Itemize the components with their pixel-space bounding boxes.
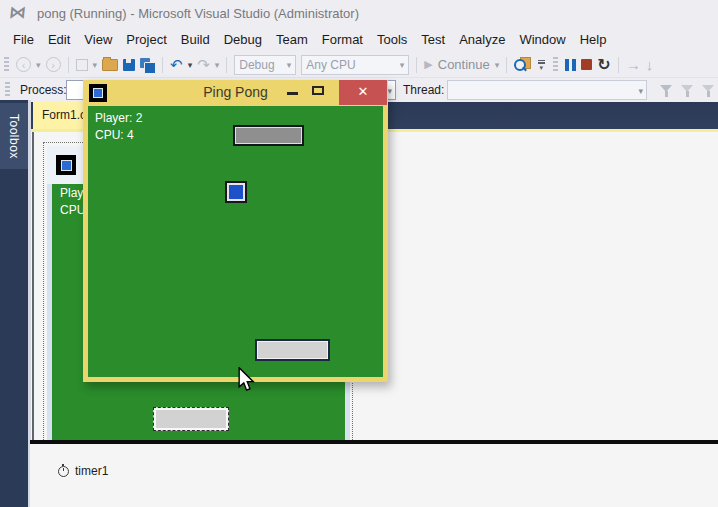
- cpu-paddle: [233, 125, 304, 146]
- menu-project[interactable]: Project: [119, 28, 173, 52]
- mouse-cursor: [237, 367, 255, 393]
- show-flagged-threads-filter-icon[interactable]: [660, 85, 672, 92]
- cpu-score-label: CPU: 4: [95, 128, 134, 142]
- menu-file[interactable]: File: [6, 28, 41, 52]
- menu-format[interactable]: Format: [315, 28, 370, 52]
- designer-cpu-score-label: CPU: [60, 203, 85, 217]
- solution-platform-value: Any CPU: [306, 58, 355, 72]
- stop-debugging-icon[interactable]: [581, 59, 592, 70]
- new-item-dropdown-icon[interactable]: ▾: [93, 60, 98, 70]
- solution-configuration-combobox[interactable]: Debug ▾: [234, 55, 296, 75]
- toolbox-tab[interactable]: Toolbox: [0, 103, 28, 169]
- menu-team[interactable]: Team: [269, 28, 315, 52]
- menu-edit[interactable]: Edit: [41, 28, 77, 52]
- process-label: Process:: [20, 83, 67, 97]
- menu-test[interactable]: Test: [414, 28, 452, 52]
- menu-help[interactable]: Help: [573, 28, 614, 52]
- timer-icon: [58, 466, 69, 477]
- toolbar-separator: [226, 57, 227, 73]
- toolbar-separator: [506, 57, 507, 73]
- toolbar-grip[interactable]: [553, 57, 558, 73]
- ball: [225, 181, 247, 203]
- left-dock-strip: Toolbox: [0, 100, 31, 507]
- maximize-button[interactable]: [312, 86, 324, 95]
- menu-tools[interactable]: Tools: [370, 28, 414, 52]
- flag-threads-icon[interactable]: [702, 85, 714, 92]
- navigate-back-icon[interactable]: ‹: [16, 57, 31, 72]
- chevron-down-icon: ▾: [400, 60, 405, 70]
- thread-label: Thread:: [403, 83, 444, 97]
- menu-build[interactable]: Build: [174, 28, 217, 52]
- restart-icon[interactable]: ↻: [597, 57, 610, 73]
- undo-icon[interactable]: ↶: [170, 57, 183, 72]
- undo-dropdown-icon[interactable]: ▾: [188, 60, 193, 70]
- navigate-forward-icon[interactable]: ›: [46, 57, 61, 72]
- menu-view[interactable]: View: [77, 28, 119, 52]
- timer-component-item[interactable]: timer1: [58, 464, 108, 478]
- designer-player-score-label: Play: [60, 186, 83, 200]
- save-all-icon[interactable]: [140, 58, 155, 72]
- step-over-icon[interactable]: →: [626, 57, 641, 72]
- designed-form-icon: [56, 155, 76, 175]
- chevron-down-icon: ▾: [638, 86, 643, 96]
- toolbar-separator: [162, 57, 163, 73]
- toolbar-separator: [68, 57, 69, 73]
- save-icon[interactable]: [123, 59, 135, 71]
- open-file-icon[interactable]: [102, 59, 118, 71]
- player-score-label: Player: 2: [95, 111, 142, 125]
- vs-main-window: ⋈ pong (Running) - Microsoft Visual Stud…: [0, 0, 718, 507]
- close-button[interactable]: ✕: [339, 80, 387, 105]
- timer-label: timer1: [75, 464, 108, 478]
- continue-button[interactable]: Continue: [438, 57, 490, 72]
- continue-play-icon[interactable]: ▶: [424, 58, 432, 71]
- menu-bar: File Edit View Project Build Debug Team …: [0, 28, 718, 52]
- visual-studio-logo-icon: ⋈: [8, 2, 27, 23]
- minimize-button[interactable]: [287, 92, 298, 95]
- ping-pong-window: Ping Pong ✕ Player: 2 CPU: 4: [83, 80, 388, 382]
- chevron-down-icon: ▾: [387, 86, 392, 96]
- titlebar[interactable]: ⋈ pong (Running) - Microsoft Visual Stud…: [0, 0, 718, 28]
- designer-left-border: [32, 132, 34, 444]
- designer-selected-paddle[interactable]: [153, 407, 229, 431]
- toolbar-separator: [416, 57, 417, 73]
- ping-pong-playfield: Player: 2 CPU: 4: [88, 106, 383, 377]
- toolbar-grip[interactable]: [4, 57, 9, 73]
- solution-platform-combobox[interactable]: Any CPU ▾: [301, 55, 409, 75]
- continue-dropdown-icon[interactable]: ▾: [495, 60, 500, 70]
- thread-combobox[interactable]: ▾: [447, 80, 647, 100]
- solution-configuration-value: Debug: [239, 58, 274, 72]
- window-title: pong (Running) - Microsoft Visual Studio…: [37, 0, 359, 28]
- toolbar-overflow-icon[interactable]: ▾: [536, 60, 546, 70]
- navigate-back-dropdown-icon[interactable]: ▾: [36, 60, 41, 70]
- step-into-icon[interactable]: ↓: [646, 57, 654, 72]
- ping-pong-titlebar[interactable]: Ping Pong ✕: [83, 80, 388, 106]
- toolbar-grip[interactable]: [5, 82, 10, 98]
- menu-window[interactable]: Window: [512, 28, 572, 52]
- toggle-flagged-filter-icon[interactable]: [681, 85, 693, 92]
- player-paddle[interactable]: [255, 339, 330, 361]
- attach-to-process-icon[interactable]: [514, 57, 531, 73]
- redo-dropdown-icon[interactable]: ▾: [215, 60, 220, 70]
- menu-analyze[interactable]: Analyze: [452, 28, 512, 52]
- toolbar-separator: [618, 57, 619, 73]
- menu-debug[interactable]: Debug: [217, 28, 269, 52]
- standard-toolbar: ‹ ▾ › ▾ ↶ ▾ ↷ ▾ Debug ▾ Any CPU ▾ ▶ Cont…: [0, 52, 718, 78]
- new-item-icon[interactable]: [76, 59, 88, 71]
- pause-icon[interactable]: [565, 59, 576, 71]
- chevron-down-icon: ▾: [287, 60, 292, 70]
- redo-icon[interactable]: ↷: [197, 57, 210, 72]
- ping-pong-window-icon: [89, 84, 107, 102]
- component-tray: timer1: [30, 444, 718, 507]
